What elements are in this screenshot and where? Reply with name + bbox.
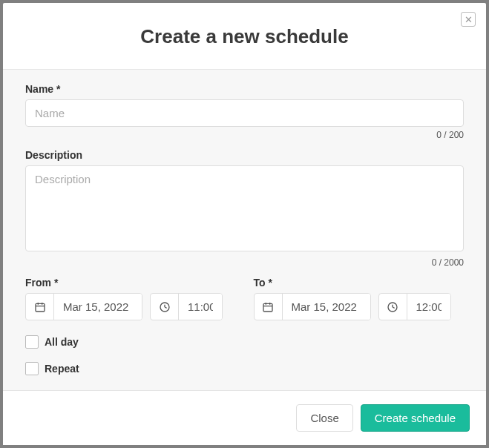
description-input[interactable] [25, 165, 464, 251]
modal-title: Create a new schedule [18, 25, 471, 48]
svg-rect-0 [36, 303, 45, 312]
from-date-box[interactable] [25, 293, 142, 320]
clock-icon [379, 294, 407, 320]
name-counter: 0 / 200 [25, 130, 464, 140]
repeat-label: Repeat [45, 363, 79, 375]
repeat-checkbox[interactable] [25, 362, 39, 375]
modal-body: Name * 0 / 200 Description 0 / 2000 From… [3, 70, 486, 390]
to-label: To * [254, 277, 465, 289]
to-field: To * [254, 277, 465, 320]
close-button[interactable]: ✕ [461, 12, 476, 27]
calendar-icon [255, 294, 283, 320]
create-schedule-button[interactable]: Create schedule [361, 404, 470, 432]
allday-label: All day [45, 336, 79, 348]
create-schedule-modal: Create a new schedule ✕ Name * 0 / 200 D… [3, 3, 486, 445]
modal-header: Create a new schedule ✕ [3, 3, 486, 70]
to-date-input[interactable] [283, 294, 370, 320]
name-field: Name * 0 / 200 [25, 83, 464, 140]
from-label: From * [25, 277, 236, 289]
modal-footer: Close Create schedule [3, 390, 486, 445]
close-footer-button[interactable]: Close [296, 404, 352, 432]
to-time-input[interactable] [407, 294, 450, 320]
description-label: Description [25, 149, 464, 161]
calendar-icon [26, 294, 54, 320]
from-date-input[interactable] [54, 294, 142, 320]
to-date-box[interactable] [254, 293, 371, 320]
close-icon: ✕ [465, 15, 473, 24]
allday-checkbox[interactable] [25, 335, 39, 349]
name-input[interactable] [25, 99, 464, 127]
description-field: Description 0 / 2000 [25, 149, 464, 268]
svg-line-13 [393, 307, 395, 308]
repeat-row: Repeat [25, 362, 464, 375]
datetime-row: From * [25, 277, 464, 320]
to-time-box[interactable] [378, 293, 451, 320]
from-time-input[interactable] [179, 294, 222, 320]
allday-row: All day [25, 335, 464, 349]
name-label: Name * [25, 83, 464, 95]
svg-line-6 [165, 307, 167, 308]
clock-icon [151, 294, 179, 320]
svg-rect-7 [263, 303, 272, 312]
from-time-box[interactable] [150, 293, 223, 320]
from-field: From * [25, 277, 236, 320]
description-counter: 0 / 2000 [25, 257, 464, 268]
